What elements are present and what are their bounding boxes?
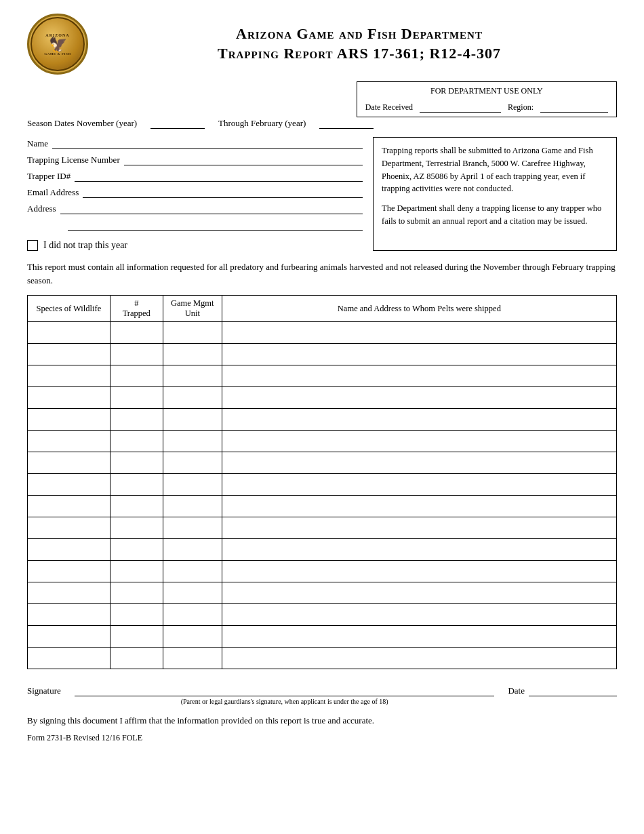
- no-trap-checkbox[interactable]: [27, 240, 38, 251]
- table-cell-10-3[interactable]: [222, 539, 616, 561]
- table-cell-11-3[interactable]: [222, 561, 616, 582]
- table-row[interactable]: [28, 431, 617, 452]
- table-cell-8-0[interactable]: [28, 496, 110, 517]
- season-year2-field[interactable]: [319, 117, 374, 129]
- table-cell-1-2[interactable]: [163, 344, 222, 365]
- license-field[interactable]: [124, 153, 363, 165]
- table-cell-9-2[interactable]: [163, 517, 222, 539]
- table-row[interactable]: [28, 561, 617, 582]
- table-cell-15-2[interactable]: [163, 648, 222, 669]
- table-cell-12-2[interactable]: [163, 582, 222, 604]
- table-cell-3-3[interactable]: [222, 387, 616, 409]
- table-cell-14-2[interactable]: [163, 626, 222, 648]
- table-row[interactable]: [28, 604, 617, 626]
- season-year1-field[interactable]: [150, 117, 205, 129]
- table-cell-6-3[interactable]: [222, 452, 616, 474]
- table-cell-11-2[interactable]: [163, 561, 222, 582]
- table-cell-13-2[interactable]: [163, 604, 222, 626]
- table-cell-11-0[interactable]: [28, 561, 110, 582]
- table-row[interactable]: [28, 344, 617, 365]
- table-cell-0-3[interactable]: [222, 322, 616, 344]
- table-cell-5-3[interactable]: [222, 431, 616, 452]
- season-label2: Through February (year): [218, 118, 306, 129]
- table-row[interactable]: [28, 626, 617, 648]
- name-field[interactable]: [52, 137, 363, 149]
- region-label: Region:: [508, 102, 534, 113]
- table-cell-13-0[interactable]: [28, 604, 110, 626]
- email-field[interactable]: [83, 186, 363, 198]
- table-cell-9-3[interactable]: [222, 517, 616, 539]
- table-cell-14-0[interactable]: [28, 626, 110, 648]
- table-cell-12-0[interactable]: [28, 582, 110, 604]
- table-cell-2-0[interactable]: [28, 365, 110, 387]
- table-cell-4-1[interactable]: [110, 409, 163, 431]
- address-field2[interactable]: [68, 218, 363, 231]
- info-para2: The Department shall deny a trapping lic…: [382, 202, 608, 228]
- table-cell-10-2[interactable]: [163, 539, 222, 561]
- table-row[interactable]: [28, 452, 617, 474]
- table-cell-5-1[interactable]: [110, 431, 163, 452]
- table-cell-1-3[interactable]: [222, 344, 616, 365]
- table-cell-15-0[interactable]: [28, 648, 110, 669]
- table-cell-0-2[interactable]: [163, 322, 222, 344]
- table-row[interactable]: [28, 496, 617, 517]
- table-cell-5-0[interactable]: [28, 431, 110, 452]
- table-row[interactable]: [28, 474, 617, 496]
- table-cell-13-1[interactable]: [110, 604, 163, 626]
- table-cell-7-2[interactable]: [163, 474, 222, 496]
- table-row[interactable]: [28, 517, 617, 539]
- table-cell-10-1[interactable]: [110, 539, 163, 561]
- address-label: Address: [27, 203, 56, 214]
- no-trap-checkbox-row[interactable]: I did not trap this year: [27, 240, 363, 251]
- table-cell-3-2[interactable]: [163, 387, 222, 409]
- table-row[interactable]: [28, 365, 617, 387]
- table-cell-3-0[interactable]: [28, 387, 110, 409]
- table-cell-8-2[interactable]: [163, 496, 222, 517]
- table-cell-14-3[interactable]: [222, 626, 616, 648]
- table-cell-12-3[interactable]: [222, 582, 616, 604]
- table-row[interactable]: [28, 582, 617, 604]
- table-cell-0-0[interactable]: [28, 322, 110, 344]
- table-row[interactable]: [28, 387, 617, 409]
- region-field[interactable]: [540, 102, 608, 113]
- signature-field[interactable]: (Parent or legal gaurdians's signature, …: [75, 683, 495, 696]
- table-cell-7-0[interactable]: [28, 474, 110, 496]
- table-cell-3-1[interactable]: [110, 387, 163, 409]
- table-cell-6-0[interactable]: [28, 452, 110, 474]
- table-cell-9-1[interactable]: [110, 517, 163, 539]
- dept-use-title: FOR DEPARTMENT USE ONLY: [365, 86, 608, 96]
- date-input[interactable]: [529, 683, 617, 696]
- table-cell-13-3[interactable]: [222, 604, 616, 626]
- table-cell-2-3[interactable]: [222, 365, 616, 387]
- address-field1[interactable]: [60, 202, 363, 214]
- table-cell-4-0[interactable]: [28, 409, 110, 431]
- table-cell-10-0[interactable]: [28, 539, 110, 561]
- table-row[interactable]: [28, 322, 617, 344]
- info-para1: Trapping reports shall be submitted to A…: [382, 144, 608, 195]
- table-cell-8-3[interactable]: [222, 496, 616, 517]
- table-cell-1-1[interactable]: [110, 344, 163, 365]
- table-cell-12-1[interactable]: [110, 582, 163, 604]
- trapper-field[interactable]: [75, 170, 363, 182]
- table-cell-8-1[interactable]: [110, 496, 163, 517]
- table-cell-15-3[interactable]: [222, 648, 616, 669]
- table-cell-7-3[interactable]: [222, 474, 616, 496]
- table-cell-7-1[interactable]: [110, 474, 163, 496]
- table-cell-14-1[interactable]: [110, 626, 163, 648]
- table-cell-9-0[interactable]: [28, 517, 110, 539]
- table-cell-4-2[interactable]: [163, 409, 222, 431]
- table-cell-1-0[interactable]: [28, 344, 110, 365]
- table-cell-11-1[interactable]: [110, 561, 163, 582]
- table-cell-5-2[interactable]: [163, 431, 222, 452]
- table-row[interactable]: [28, 539, 617, 561]
- table-cell-6-1[interactable]: [110, 452, 163, 474]
- date-received-field[interactable]: [420, 102, 501, 113]
- table-row[interactable]: [28, 409, 617, 431]
- table-cell-0-1[interactable]: [110, 322, 163, 344]
- table-cell-2-2[interactable]: [163, 365, 222, 387]
- table-row[interactable]: [28, 648, 617, 669]
- table-cell-6-2[interactable]: [163, 452, 222, 474]
- table-cell-15-1[interactable]: [110, 648, 163, 669]
- table-cell-2-1[interactable]: [110, 365, 163, 387]
- table-cell-4-3[interactable]: [222, 409, 616, 431]
